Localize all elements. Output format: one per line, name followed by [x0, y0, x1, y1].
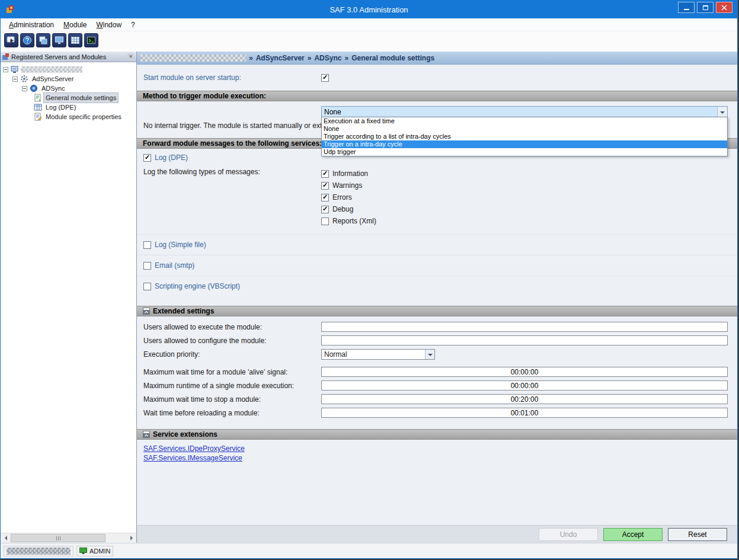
menu-administration[interactable]: Administration	[4, 19, 59, 31]
field-alive-signal: Maximum wait time for a module 'alive' s…	[137, 365, 737, 379]
spacer	[137, 465, 737, 525]
sidebar-close-icon[interactable]	[127, 53, 135, 60]
scripting-engine-label: Scripting engine (VBScript)	[155, 282, 240, 290]
reports-xml-checkbox[interactable]	[321, 217, 329, 225]
body: Registered Servers and Modules	[1, 49, 737, 543]
link-idpeproxyservice[interactable]: SAF.Services.IDpeProxyService	[143, 444, 245, 453]
tree-label: AdSyncServer	[30, 74, 75, 84]
breadcrumb-separator: »	[249, 54, 253, 62]
log-type-errors: Errors	[321, 191, 376, 203]
redacted-breadcrumb-server	[140, 55, 246, 62]
menu-help[interactable]: ?	[126, 19, 140, 31]
log-simple-file-checkbox[interactable]	[143, 241, 151, 249]
users-configure-input[interactable]	[321, 335, 728, 345]
monitor-button[interactable]	[52, 33, 66, 47]
scroll-right-arrow[interactable]	[126, 533, 136, 543]
breadcrumb-page: General module settings	[351, 54, 434, 62]
dropdown-option[interactable]: Udp trigger	[322, 148, 727, 156]
maximize-button[interactable]	[697, 2, 714, 13]
email-smtp-checkbox[interactable]	[143, 262, 151, 270]
grid-button[interactable]	[68, 33, 82, 47]
dropdown-option-highlighted[interactable]: Trigger on a intra-day cycle	[322, 140, 727, 148]
tree-label: Log (DPE)	[44, 103, 78, 112]
execution-priority-label: Execution priority:	[143, 350, 321, 359]
dropdown-option[interactable]: Execution at a fixed time	[322, 117, 727, 125]
log-simple-file-label: Log (Simple file)	[155, 241, 206, 249]
reload-wait-label: Wait time before reloading a module:	[143, 409, 321, 417]
minimize-button[interactable]	[678, 2, 695, 13]
log-type-information: Information	[321, 168, 376, 180]
status-connection-panel	[4, 546, 73, 556]
service-log-simple-file-row: Log (Simple file)	[137, 234, 737, 255]
scrollbar-thumb[interactable]	[11, 534, 105, 542]
console-icon	[87, 36, 96, 45]
service-extensions-header: Service extensions	[137, 429, 737, 440]
users-execute-input[interactable]	[321, 322, 728, 332]
title-bar: SAF 3.0 Administration	[1, 1, 737, 18]
combobox-dropdown-button[interactable]	[717, 107, 727, 117]
debug-checkbox[interactable]	[321, 206, 329, 213]
trigger-combobox[interactable]: None	[321, 106, 728, 117]
dropdown-option[interactable]: None	[322, 125, 727, 133]
tree-item-log-dpe[interactable]: Log (DPE)	[1, 103, 136, 112]
grip-mark	[56, 536, 57, 540]
startup-label: Start module on server startup:	[143, 73, 321, 82]
dropdown-option[interactable]: Trigger according to a list of intra-day…	[322, 133, 727, 140]
new-connection-button[interactable]	[4, 33, 18, 47]
email-smtp-label: Email (smtp)	[155, 261, 194, 270]
accept-button[interactable]: Accept	[603, 528, 663, 541]
collapse-expander-icon[interactable]	[22, 86, 27, 91]
tree-node-server[interactable]	[1, 65, 136, 74]
collapse-expander-icon[interactable]	[12, 76, 18, 82]
startup-checkbox[interactable]	[321, 74, 329, 82]
extended-settings-title: Extended settings	[153, 307, 214, 315]
field-users-execute: Users allowed to execute the module:	[137, 320, 737, 334]
minimize-icon	[684, 9, 689, 10]
scrollbar-track[interactable]	[11, 533, 126, 543]
max-runtime-input[interactable]	[321, 380, 728, 391]
errors-checkbox[interactable]	[321, 194, 329, 201]
scroll-left-arrow[interactable]	[1, 533, 11, 543]
tree-label: Module specific properties	[44, 112, 123, 121]
tree-node-adsyncserver[interactable]: AdSyncServer	[1, 74, 136, 84]
close-icon	[721, 5, 727, 11]
max-stop-wait-input[interactable]	[321, 394, 728, 404]
grid-icon	[71, 36, 80, 45]
status-user-panel: ADMIN	[76, 546, 113, 556]
tree-node-adsync[interactable]: ADSync	[1, 84, 136, 93]
close-button[interactable]	[716, 2, 732, 13]
undo-button[interactable]: Undo	[539, 528, 598, 541]
settings-page-icon	[34, 94, 42, 102]
log-type-debug: Debug	[321, 203, 376, 215]
reload-wait-input[interactable]	[321, 408, 728, 418]
cascade-windows-button[interactable]	[36, 33, 50, 47]
log-dpe-checkbox[interactable]	[143, 154, 151, 162]
log-types-label: Log the following types of messages:	[143, 168, 321, 227]
tree-item-general-module-settings[interactable]: General module settings	[1, 93, 136, 103]
field-execution-priority: Execution priority: Normal	[137, 347, 737, 361]
execution-priority-select[interactable]: Normal	[321, 349, 435, 360]
redacted-server-name	[21, 66, 82, 73]
section-collapse-icon[interactable]	[143, 308, 150, 315]
reports-xml-label: Reports (Xml)	[332, 217, 376, 225]
tree-item-module-specific-properties[interactable]: Module specific properties	[1, 112, 136, 121]
section-collapse-icon[interactable]	[143, 431, 150, 438]
alive-signal-input[interactable]	[321, 367, 728, 377]
max-stop-wait-label: Maximum wait time to stop a module:	[143, 395, 321, 404]
link-imessageservice[interactable]: SAF.Services.IMessageService	[143, 454, 242, 462]
chevron-down-icon	[425, 350, 434, 359]
service-extensions-links: SAF.Services.IDpeProxyService SAF.Servic…	[137, 440, 737, 465]
information-checkbox[interactable]	[321, 170, 329, 178]
information-label: Information	[332, 169, 368, 178]
reset-button[interactable]: Reset	[668, 528, 727, 541]
menu-module[interactable]: Module	[59, 19, 91, 31]
warnings-checkbox[interactable]	[321, 182, 329, 190]
main-panel: » AdSyncServer » ADSync » General module…	[137, 52, 737, 543]
console-button[interactable]	[84, 33, 98, 47]
horizontal-scrollbar	[1, 533, 136, 543]
collapse-expander-icon[interactable]	[3, 67, 8, 72]
menu-window[interactable]: Window	[91, 19, 126, 31]
help-button[interactable]	[20, 33, 34, 47]
scripting-engine-checkbox[interactable]	[143, 283, 151, 290]
grip-mark	[60, 536, 60, 540]
